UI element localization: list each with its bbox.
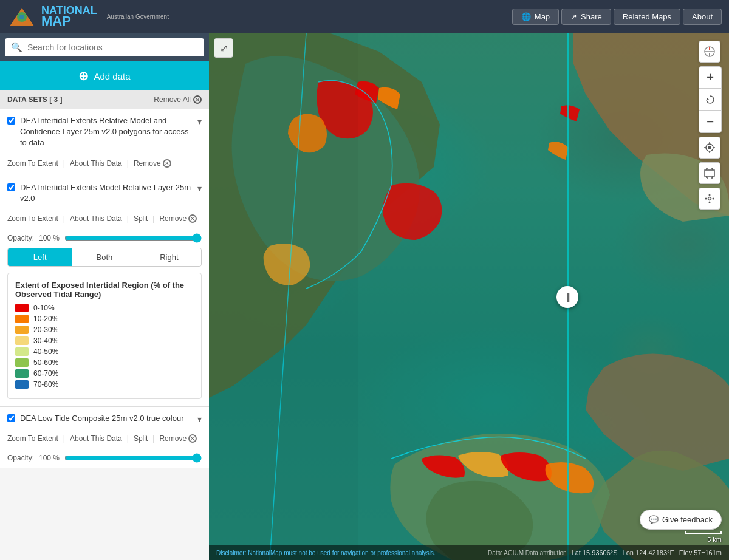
dataset-1-zoom-btn[interactable]: Zoom To Extent [7, 157, 58, 169]
scale-bar: 5 km [685, 531, 722, 543]
dataset-3-checkbox[interactable] [7, 414, 15, 422]
map-settings-button[interactable] [699, 188, 720, 210]
dataset-2-split-btn[interactable]: Split [134, 213, 148, 225]
dataset-3-expand-icon[interactable]: ▾ [197, 414, 202, 424]
disclaimer-text: Disclaimer: NationalMap must not be used… [216, 550, 483, 556]
share-button[interactable]: ↗ Share [561, 9, 611, 25]
dataset-3-zoom-btn[interactable]: Zoom To Extent [7, 432, 58, 445]
add-data-label: Add data [94, 71, 130, 81]
svg-marker-10 [707, 97, 709, 100]
datasets-header: DATA SETS [ 3 ] Remove All ✕ [0, 90, 209, 109]
dataset-2-about-btn[interactable]: About This Data [70, 213, 122, 225]
split-handle[interactable]: ||| [556, 286, 578, 308]
split-handle-icon: ||| [566, 292, 568, 302]
legend-title: Extent of Exposed Intertidal Region (% o… [15, 281, 194, 299]
elev-text: Elev 57±161m [679, 549, 722, 556]
dataset-1-remove-btn[interactable]: Remove ✕ [134, 159, 171, 168]
legend-label-1: 10-20% [33, 315, 58, 323]
share-icon: ↗ [570, 12, 577, 21]
dataset-2-expand-icon[interactable]: ▾ [197, 183, 202, 193]
logo-area: NATIONAL MAP Australian Government [7, 5, 156, 29]
share-btn-label: Share [581, 12, 602, 21]
sep2: | [127, 159, 129, 168]
related-maps-label: Related Maps [623, 12, 671, 21]
dataset-1-expand-icon[interactable]: ▾ [197, 117, 202, 126]
remove-all-label: Remove All [154, 95, 191, 104]
compass-button[interactable] [699, 41, 720, 63]
expand-map-button[interactable]: ⤢ [214, 38, 233, 58]
sidebar: 🔍 ⊕ Add data DATA SETS [ 3 ] Remove All … [0, 33, 209, 560]
add-data-button[interactable]: ⊕ Add data [0, 61, 209, 90]
dataset-2-opacity-slider[interactable] [64, 233, 202, 243]
remove-all-icon: ✕ [193, 95, 202, 104]
split-right-btn[interactable]: Right [137, 248, 201, 266]
legend-item-6: 60-70% [15, 369, 194, 378]
remove-all-button[interactable]: Remove All ✕ [154, 95, 202, 104]
dataset-item-3: DEA Low Tide Composite 25m v2.0 true col… [0, 407, 209, 468]
reset-view-button[interactable] [699, 89, 721, 111]
dataset-3-opacity-slider[interactable] [64, 453, 202, 463]
dataset-1-remove-icon: ✕ [163, 159, 171, 168]
zoom-out-button[interactable]: − [699, 111, 721, 132]
legend-color-0 [15, 304, 29, 312]
map-controls: + − [699, 41, 722, 210]
about-button[interactable]: About [683, 9, 722, 25]
feedback-button[interactable]: 💬 Give feedback [640, 510, 722, 530]
datasets-title: DATA SETS [ 3 ] [7, 95, 62, 104]
logo-text: NATIONAL MAP [41, 5, 97, 29]
legend-item-3: 30-40% [15, 336, 194, 345]
status-bar: Disclaimer: NationalMap must not be used… [209, 545, 729, 560]
zoom-in-button[interactable]: + [699, 67, 721, 89]
legend-color-1 [15, 315, 29, 323]
about-label: About [692, 12, 713, 21]
map-area[interactable]: ||| ⤢ + [209, 33, 729, 560]
dataset-2-header: DEA Intertidal Extents Model Relative La… [0, 176, 209, 210]
app-header: NATIONAL MAP Australian Government 🌐 Map… [0, 0, 729, 33]
related-maps-button[interactable]: Related Maps [614, 9, 680, 25]
locate-me-button[interactable] [699, 137, 720, 159]
lon-text: Lon 124.42183°E [623, 549, 674, 556]
legend-label-0: 0-10% [33, 304, 55, 312]
full-extent-button[interactable] [699, 162, 720, 184]
legend-color-5 [15, 358, 29, 367]
map-globe-icon: 🌐 [521, 12, 531, 21]
search-input[interactable] [27, 43, 198, 52]
lat-text: Lat 15.93606°S [572, 549, 618, 556]
svg-point-18 [708, 197, 711, 200]
legend-label-3: 30-40% [33, 336, 58, 345]
dataset-3-split-btn[interactable]: Split [134, 432, 148, 445]
opacity-value: 100 % [39, 234, 60, 242]
dataset-1-actions: Zoom To Extent | About This Data | Remov… [0, 155, 209, 176]
split-both-btn[interactable]: Both [72, 248, 137, 266]
map-button[interactable]: 🌐 Map [512, 9, 559, 25]
dataset-2-remove-btn[interactable]: Remove ✕ [159, 214, 197, 223]
dataset-3-about-btn[interactable]: About This Data [70, 432, 122, 445]
legend-label-7: 70-80% [33, 380, 58, 389]
opacity-label-3: Opacity: [7, 454, 34, 462]
svg-point-2 [19, 15, 24, 19]
dataset-3-remove-btn[interactable]: Remove ✕ [159, 434, 197, 443]
header-nav: 🌐 Map ↗ Share Related Maps About [512, 9, 722, 25]
legend-item-1: 10-20% [15, 315, 194, 323]
dataset-2-checkbox[interactable] [7, 183, 15, 191]
svg-rect-3 [209, 33, 729, 560]
scale-label: 5 km [707, 536, 722, 543]
search-input-wrap[interactable]: 🔍 [5, 38, 204, 56]
dataset-item-1: DEA Intertidal Extents Relative Model an… [0, 109, 209, 176]
opacity-label: Opacity: [7, 234, 34, 242]
dataset-1-name: DEA Intertidal Extents Relative Model an… [20, 115, 193, 149]
legend-item-5: 50-60% [15, 358, 194, 367]
split-left-btn[interactable]: Left [8, 248, 72, 266]
legend-color-4 [15, 347, 29, 356]
dataset-1-about-btn[interactable]: About This Data [70, 157, 122, 169]
dataset-1-checkbox[interactable] [7, 117, 15, 125]
dataset-2-zoom-btn[interactable]: Zoom To Extent [7, 213, 58, 225]
dataset-item-2: DEA Intertidal Extents Model Relative La… [0, 176, 209, 407]
dataset-2-name: DEA Intertidal Extents Model Relative La… [20, 182, 193, 204]
map-svg-overlay [209, 33, 729, 560]
legend-box: Extent of Exposed Intertidal Region (% o… [7, 273, 202, 399]
legend-item-2: 20-30% [15, 326, 194, 334]
legend-label-6: 60-70% [33, 369, 58, 378]
sep: | [63, 159, 65, 168]
plus-icon: ⊕ [78, 69, 89, 83]
